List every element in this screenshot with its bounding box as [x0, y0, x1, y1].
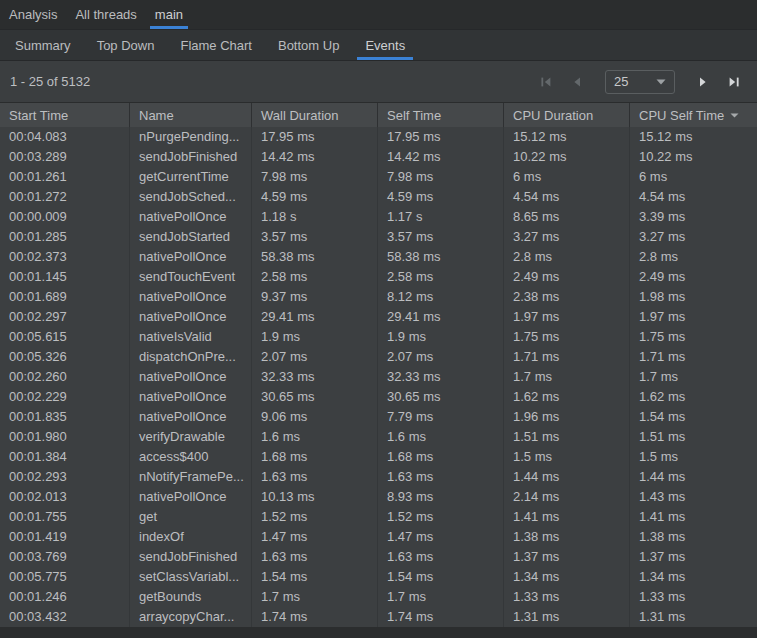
table-row[interactable]: 00:05.775setClassVariabl...1.54 ms1.54 m… [0, 567, 757, 587]
column-header-start-time[interactable]: Start Time [0, 103, 130, 127]
column-header-name[interactable]: Name [130, 103, 252, 127]
cell-wall-duration: 4.59 ms [252, 187, 378, 207]
table-row[interactable]: 00:01.835nativePollOnce9.06 ms7.79 ms1.9… [0, 407, 757, 427]
table-row[interactable]: 00:01.261getCurrentTime7.98 ms7.98 ms6 m… [0, 167, 757, 187]
cell-self-time: 1.63 ms [378, 467, 504, 487]
cell-start-time: 00:01.419 [0, 527, 130, 547]
first-page-icon [539, 75, 553, 89]
table-row[interactable]: 00:01.384access$4001.68 ms1.68 ms1.5 ms1… [0, 447, 757, 467]
cell-self-time: 32.33 ms [378, 367, 504, 387]
cell-cpu-duration: 2.49 ms [504, 267, 630, 287]
table-row[interactable]: 00:03.289sendJobFinished14.42 ms14.42 ms… [0, 147, 757, 167]
previous-page-button[interactable] [566, 71, 588, 93]
first-page-button[interactable] [535, 71, 557, 93]
table-row[interactable]: 00:01.145sendTouchEvent2.58 ms2.58 ms2.4… [0, 267, 757, 287]
table-row[interactable]: 00:01.246getBounds1.7 ms1.7 ms1.33 ms1.3… [0, 587, 757, 607]
cell-wall-duration: 2.58 ms [252, 267, 378, 287]
cell-name: indexOf [130, 527, 252, 547]
table-row[interactable]: 00:05.326dispatchOnPre...2.07 ms2.07 ms1… [0, 347, 757, 367]
tab-main[interactable]: main [146, 0, 192, 29]
cell-start-time: 00:01.689 [0, 287, 130, 307]
table-row[interactable]: 00:01.419indexOf1.47 ms1.47 ms1.38 ms1.3… [0, 527, 757, 547]
cell-cpu-duration: 1.37 ms [504, 547, 630, 567]
page-size-select[interactable]: 25 [605, 70, 675, 94]
table-row[interactable]: 00:05.615nativeIsValid1.9 ms1.9 ms1.75 m… [0, 327, 757, 347]
cell-start-time: 00:01.755 [0, 507, 130, 527]
cell-self-time: 29.41 ms [378, 307, 504, 327]
cell-name: dispatchOnPre... [130, 347, 252, 367]
cell-self-time: 1.17 s [378, 207, 504, 227]
cell-cpu-duration: 1.34 ms [504, 567, 630, 587]
table-row[interactable]: 00:01.285sendJobStarted3.57 ms3.57 ms3.2… [0, 227, 757, 247]
tab-analysis[interactable]: Analysis [0, 0, 66, 29]
cell-cpu-duration: 1.44 ms [504, 467, 630, 487]
cell-wall-duration: 1.7 ms [252, 587, 378, 607]
cell-wall-duration: 1.18 s [252, 207, 378, 227]
column-header-cpu-duration[interactable]: CPU Duration [504, 103, 630, 127]
cell-cpu-self-time: 1.43 ms [630, 487, 757, 507]
cell-cpu-duration: 8.65 ms [504, 207, 630, 227]
cell-cpu-duration: 1.38 ms [504, 527, 630, 547]
cell-cpu-self-time: 1.71 ms [630, 347, 757, 367]
cell-start-time: 00:01.835 [0, 407, 130, 427]
cell-wall-duration: 1.47 ms [252, 527, 378, 547]
cell-cpu-duration: 10.22 ms [504, 147, 630, 167]
tab-bottom-up[interactable]: Bottom Up [266, 30, 351, 60]
cell-cpu-duration: 1.97 ms [504, 307, 630, 327]
table-row[interactable]: 00:02.373nativePollOnce58.38 ms58.38 ms2… [0, 247, 757, 267]
column-header-cpu-self-time[interactable]: CPU Self Time [630, 103, 757, 127]
last-page-button[interactable] [723, 71, 745, 93]
cell-cpu-duration: 1.7 ms [504, 367, 630, 387]
table-row[interactable]: 00:01.272sendJobSched...4.59 ms4.59 ms4.… [0, 187, 757, 207]
tab-summary[interactable]: Summary [3, 30, 83, 60]
thread-tab-bar: AnalysisAll threadsmain [0, 0, 757, 29]
cell-cpu-self-time: 1.51 ms [630, 427, 757, 447]
cell-wall-duration: 3.57 ms [252, 227, 378, 247]
table-row[interactable]: 00:02.260nativePollOnce32.33 ms32.33 ms1… [0, 367, 757, 387]
table-row[interactable]: 00:02.013nativePollOnce10.13 ms8.93 ms2.… [0, 487, 757, 507]
cell-start-time: 00:05.615 [0, 327, 130, 347]
cell-cpu-duration: 2.8 ms [504, 247, 630, 267]
cell-name: sendJobSched... [130, 187, 252, 207]
tab-flame-chart[interactable]: Flame Chart [168, 30, 264, 60]
table-row[interactable]: 00:02.297nativePollOnce29.41 ms29.41 ms1… [0, 307, 757, 327]
table-row[interactable]: 00:04.083nPurgePending...17.95 ms17.95 m… [0, 127, 757, 147]
cell-cpu-self-time: 1.33 ms [630, 587, 757, 607]
cell-name: nativeIsValid [130, 327, 252, 347]
cell-wall-duration: 1.68 ms [252, 447, 378, 467]
tab-top-down[interactable]: Top Down [85, 30, 167, 60]
table-row[interactable]: 00:01.755get1.52 ms1.52 ms1.41 ms1.41 ms [0, 507, 757, 527]
cell-self-time: 30.65 ms [378, 387, 504, 407]
cell-cpu-self-time: 1.44 ms [630, 467, 757, 487]
cell-name: nativePollOnce [130, 387, 252, 407]
table-row[interactable]: 00:01.689nativePollOnce9.37 ms8.12 ms2.3… [0, 287, 757, 307]
cell-wall-duration: 9.37 ms [252, 287, 378, 307]
cell-start-time: 00:01.246 [0, 587, 130, 607]
tab-events[interactable]: Events [353, 30, 417, 60]
table-row[interactable]: 00:01.980verifyDrawable1.6 ms1.6 ms1.51 … [0, 427, 757, 447]
cell-name: sendJobFinished [130, 547, 252, 567]
tab-all-threads[interactable]: All threads [66, 0, 145, 29]
cell-name: arraycopyChar... [130, 607, 252, 627]
previous-page-icon [570, 75, 584, 89]
column-header-wall-duration[interactable]: Wall Duration [252, 103, 378, 127]
cell-wall-duration: 1.63 ms [252, 547, 378, 567]
table-row[interactable]: 00:00.009nativePollOnce1.18 s1.17 s8.65 … [0, 207, 757, 227]
table-row[interactable]: 00:02.293nNotifyFramePe...1.63 ms1.63 ms… [0, 467, 757, 487]
cell-start-time: 00:01.980 [0, 427, 130, 447]
cell-self-time: 7.79 ms [378, 407, 504, 427]
cell-self-time: 58.38 ms [378, 247, 504, 267]
cell-cpu-duration: 6 ms [504, 167, 630, 187]
cell-cpu-duration: 3.27 ms [504, 227, 630, 247]
column-header-self-time[interactable]: Self Time [378, 103, 504, 127]
cpu-profiler-events-panel: AnalysisAll threadsmain SummaryTop DownF… [0, 0, 757, 638]
table-row[interactable]: 00:03.769sendJobFinished1.63 ms1.63 ms1.… [0, 547, 757, 567]
next-page-icon [696, 75, 710, 89]
cell-name: nativePollOnce [130, 407, 252, 427]
table-row[interactable]: 00:03.432arraycopyChar...1.74 ms1.74 ms1… [0, 607, 757, 627]
cell-cpu-self-time: 1.5 ms [630, 447, 757, 467]
cell-start-time: 00:02.229 [0, 387, 130, 407]
next-page-button[interactable] [692, 71, 714, 93]
table-row[interactable]: 00:02.229nativePollOnce30.65 ms30.65 ms1… [0, 387, 757, 407]
cell-cpu-duration: 1.75 ms [504, 327, 630, 347]
